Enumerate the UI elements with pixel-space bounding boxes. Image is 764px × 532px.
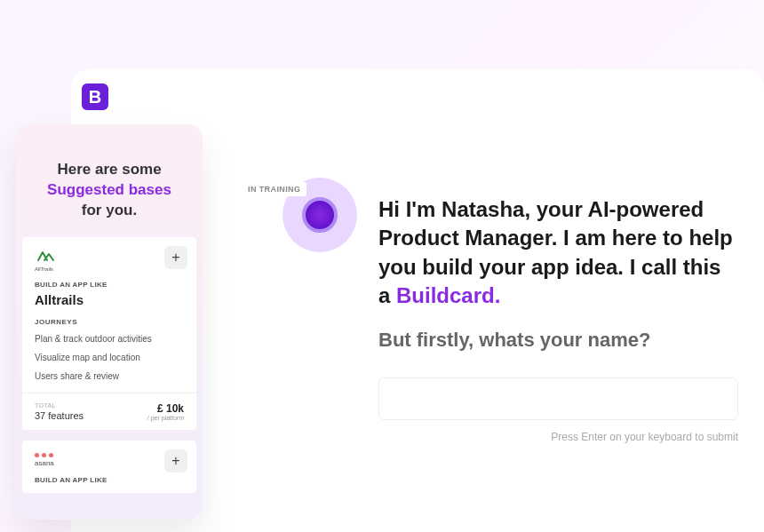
base-title: Alltrails (35, 292, 184, 307)
sidebar-heading: Here are some Suggested bases for you. (16, 160, 203, 237)
ai-avatar-core (302, 197, 338, 233)
base-kicker: BUILD AN APP LIKE (35, 476, 184, 484)
base-subkicker: JOURNEYS (35, 318, 184, 326)
add-base-button[interactable]: + (164, 246, 187, 269)
brand-logo: B (82, 83, 108, 110)
base-icon-label: asana (35, 459, 184, 467)
base-kicker: BUILD AN APP LIKE (35, 281, 184, 289)
base-price: £ 10k (147, 402, 184, 415)
base-card-asana[interactable]: asana + BUILD AN APP LIKE (22, 441, 196, 493)
alltrails-icon (35, 250, 56, 262)
name-input[interactable] (378, 377, 738, 420)
name-question: But firstly, whats your name? (378, 329, 734, 352)
features-count: 37 features (35, 410, 84, 421)
base-feature: Plan & track outdoor activities (35, 333, 184, 345)
base-icon-label: AllTrails (35, 266, 184, 272)
base-price-sub: / per platform (147, 415, 184, 421)
heading-highlight: Suggested bases (47, 181, 171, 198)
base-feature: Visualize map and location (35, 352, 184, 363)
submit-hint: Press Enter on your keyboard to submit (378, 431, 738, 443)
base-card-alltrails[interactable]: AllTrails + BUILD AN APP LIKE Alltrails … (22, 237, 196, 430)
suggested-bases-panel: Here are some Suggested bases for you. A… (16, 124, 203, 520)
total-label: TOTAL (35, 402, 84, 409)
base-feature: Users share & review (35, 370, 184, 382)
add-base-button[interactable]: + (164, 449, 187, 472)
greeting-text: Hi I'm Natasha, your AI-powered Product … (378, 195, 734, 311)
in-training-badge: IN TRAINING (242, 182, 306, 196)
asana-icon (35, 453, 184, 457)
base-footer: TOTAL 37 features £ 10k / per platform (22, 393, 196, 430)
heading-line1: Here are some (57, 161, 161, 178)
greeting-highlight: Buildcard. (396, 283, 500, 307)
heading-line3: for you. (82, 202, 137, 218)
